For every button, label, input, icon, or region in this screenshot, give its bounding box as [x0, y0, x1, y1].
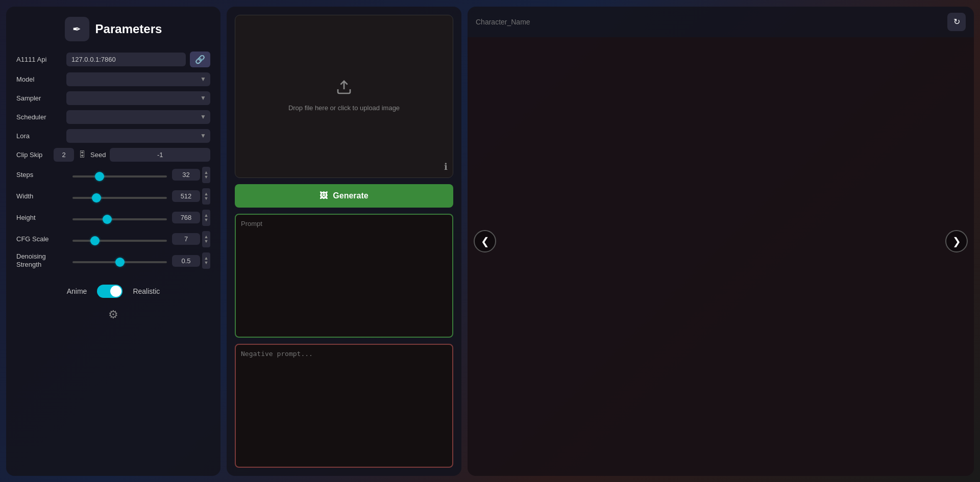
denoising-slider[interactable] [72, 261, 167, 263]
clip-skip-value: 2 [54, 148, 74, 162]
scheduler-dropdown-wrapper: ▼ [66, 110, 210, 124]
steps-label: Steps [16, 171, 67, 179]
negative-prompt-textarea[interactable] [235, 344, 453, 468]
upload-text: Drop file here or click to upload image [288, 103, 400, 113]
pen-icon: ✒ [72, 23, 81, 35]
height-value: 768 [172, 212, 200, 223]
height-row: Height 768 ▲▼ [16, 210, 210, 226]
clip-seed-row: Clip Skip 2 🎛 Seed -1 [16, 148, 210, 162]
chevron-left-icon: ❮ [481, 235, 489, 247]
width-stepper[interactable]: ▲▼ [202, 188, 210, 205]
steps-value: 32 [172, 169, 200, 181]
sampler-select[interactable] [66, 91, 210, 105]
scheduler-row: Scheduler ▼ [16, 110, 210, 124]
cfg-slider[interactable] [72, 240, 167, 242]
generate-button[interactable]: 🖼 Generate [235, 184, 453, 208]
refresh-icon: ↻ [953, 17, 960, 27]
app-icon: ✒ [65, 17, 89, 41]
denoising-slider-wrapper [72, 256, 167, 265]
right-panel: ↻ ❮ ❯ [468, 7, 974, 476]
realistic-label: Realistic [133, 287, 160, 295]
lora-label: Lora [16, 132, 62, 140]
width-slider[interactable] [72, 197, 167, 199]
cfg-row: CFG Scale 7 ▲▼ [16, 231, 210, 247]
anime-label: Anime [67, 287, 87, 295]
style-toggle[interactable] [97, 285, 122, 298]
lora-row: Lora ▼ [16, 129, 210, 143]
generate-label: Generate [333, 191, 368, 200]
sampler-label: Sampler [16, 94, 62, 102]
generate-icon: 🖼 [320, 191, 328, 200]
sampler-row: Sampler ▼ [16, 91, 210, 105]
cfg-stepper[interactable]: ▲▼ [202, 231, 210, 247]
prompt-textarea[interactable] [235, 214, 453, 338]
steps-slider-wrapper [72, 170, 167, 180]
height-stepper[interactable]: ▲▼ [202, 210, 210, 226]
steps-row: Steps 32 ▲▼ [16, 167, 210, 183]
clip-skip-label: Clip Skip [16, 151, 50, 159]
scheduler-label: Scheduler [16, 113, 62, 121]
scheduler-select[interactable] [66, 110, 210, 124]
model-dropdown-wrapper: ▼ [66, 72, 210, 86]
left-panel: ✒ Parameters A1111 Api 🔗 Model ▼ Sampler… [6, 7, 220, 476]
lora-dropdown-wrapper: ▼ [66, 129, 210, 143]
toggle-thumb [110, 286, 121, 297]
width-row: Width 512 ▲▼ [16, 188, 210, 205]
upload-icon [336, 79, 352, 99]
style-toggle-row: Anime Realistic [16, 285, 210, 298]
settings-icon[interactable]: ⚙ [108, 308, 118, 321]
model-select[interactable] [66, 72, 210, 86]
steps-slider[interactable] [72, 175, 167, 177]
height-slider[interactable] [72, 218, 167, 220]
api-input[interactable] [66, 53, 186, 66]
right-content [468, 37, 974, 476]
separator-icon: 🎛 [78, 150, 86, 159]
refresh-button[interactable]: ↻ [947, 13, 966, 31]
info-icon[interactable]: ℹ [444, 161, 448, 172]
api-link-button[interactable]: 🔗 [190, 52, 210, 67]
width-value-wrapper: 512 ▲▼ [172, 188, 210, 205]
chevron-right-icon: ❯ [952, 235, 961, 247]
cfg-label: CFG Scale [16, 235, 67, 243]
seed-label: Seed [90, 151, 106, 159]
link-icon: 🔗 [195, 55, 205, 64]
nav-prev-button[interactable]: ❮ [474, 230, 496, 252]
model-label: Model [16, 75, 62, 83]
seed-value: -1 [110, 148, 210, 162]
api-label: A1111 Api [16, 56, 62, 63]
nav-next-button[interactable]: ❯ [945, 230, 968, 252]
height-slider-wrapper [72, 213, 167, 222]
height-label: Height [16, 214, 67, 221]
denoising-row: DenoisingStrength 0.5 ▲▼ [16, 252, 210, 270]
width-value: 512 [172, 190, 200, 202]
panel-header: ✒ Parameters [16, 17, 210, 41]
middle-panel: Drop file here or click to upload image … [227, 7, 461, 476]
cfg-value-wrapper: 7 ▲▼ [172, 231, 210, 247]
lora-select[interactable] [66, 129, 210, 143]
api-row: A1111 Api 🔗 [16, 52, 210, 67]
denoising-value: 0.5 [172, 255, 200, 267]
width-label: Width [16, 192, 67, 200]
sampler-dropdown-wrapper: ▼ [66, 91, 210, 105]
denoising-value-wrapper: 0.5 ▲▼ [172, 252, 210, 269]
character-name-input[interactable] [476, 18, 943, 26]
cfg-slider-wrapper [72, 235, 167, 244]
denoising-label: DenoisingStrength [16, 252, 67, 270]
panel-title: Parameters [95, 22, 162, 36]
cfg-value: 7 [172, 233, 200, 245]
height-value-wrapper: 768 ▲▼ [172, 210, 210, 226]
steps-value-wrapper: 32 ▲▼ [172, 167, 210, 183]
denoising-stepper[interactable]: ▲▼ [202, 252, 210, 269]
settings-row: ⚙ [16, 308, 210, 321]
steps-stepper[interactable]: ▲▼ [202, 167, 210, 183]
width-slider-wrapper [72, 192, 167, 201]
upload-area[interactable]: Drop file here or click to upload image … [235, 15, 453, 178]
right-header: ↻ [468, 7, 974, 37]
model-row: Model ▼ [16, 72, 210, 86]
